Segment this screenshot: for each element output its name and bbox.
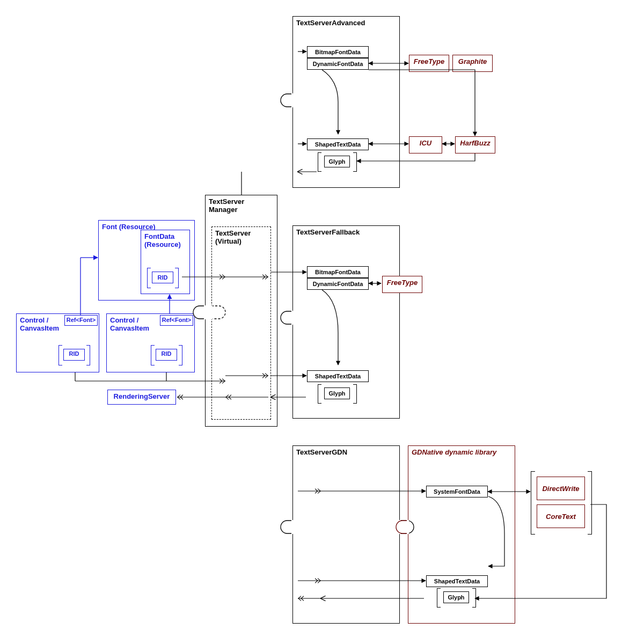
fb-dynamicfont: DynamicFontData <box>307 278 369 290</box>
bracket-icon <box>318 152 321 172</box>
fb-glyph: Glyph <box>324 387 350 399</box>
lib-freetype-fb: FreeType <box>382 276 422 293</box>
bracket-icon <box>86 345 90 365</box>
textserver-gdn: TextServerGDN <box>292 445 400 624</box>
lib-icu: ICU <box>409 136 442 153</box>
textserver-virtual-label: TextServer (Virtual) <box>215 229 258 245</box>
bracket-icon <box>318 384 321 404</box>
bracket-icon <box>151 345 155 365</box>
bracket-icon <box>437 588 441 608</box>
adv-dynamicfont: DynamicFontData <box>307 58 369 70</box>
lib-freetype-adv: FreeType <box>409 55 449 72</box>
ref-font-1: Ref<Font> <box>64 315 98 326</box>
rid-1: RID <box>63 349 85 361</box>
control-canvas-label: Control / CanvasItem <box>110 316 153 332</box>
adv-shapedtext: ShapedTextData <box>307 138 369 150</box>
bracket-icon <box>147 268 151 288</box>
lib-harfbuzz: HarfBuzz <box>455 136 495 153</box>
fb-bitmapfont: BitmapFontData <box>307 266 369 278</box>
bracket-icon <box>531 471 535 535</box>
textserver-virtual: TextServer (Virtual) <box>211 226 271 420</box>
lib-graphite: Graphite <box>452 55 493 72</box>
bracket-icon <box>175 268 179 288</box>
rendering-server: RenderingServer <box>107 390 176 405</box>
gdn-shapedtext: ShapedTextData <box>426 575 488 587</box>
bracket-icon <box>353 152 357 172</box>
textserver-manager-label: TextServer Manager <box>209 197 252 214</box>
textserver-advanced-label: TextServerAdvanced <box>296 19 365 27</box>
bracket-icon <box>472 588 476 608</box>
rid-2: RID <box>156 349 177 361</box>
fontdata-rid: RID <box>152 272 173 283</box>
adv-bitmapfont: BitmapFontData <box>307 46 369 58</box>
ref-font-2: Ref<Font> <box>160 315 193 326</box>
adv-glyph: Glyph <box>324 156 350 167</box>
textserver-gdn-label: TextServerGDN <box>296 448 347 456</box>
textserver-fallback-label: TextServerFallback <box>296 228 360 236</box>
fontdata-resource-label: FontData (Resource) <box>144 232 181 248</box>
gdn-systemfont: SystemFontData <box>426 486 488 497</box>
bracket-icon <box>353 384 357 404</box>
bracket-icon <box>588 471 592 535</box>
bracket-icon <box>179 345 182 365</box>
lib-directwrite: DirectWrite <box>537 477 585 500</box>
gdn-glyph: Glyph <box>443 591 469 603</box>
bracket-icon <box>58 345 62 365</box>
control-canvas-label: Control / CanvasItem <box>20 316 63 332</box>
lib-coretext: CoreText <box>537 504 585 528</box>
gdnative-library-label: GDNative dynamic library <box>412 448 496 456</box>
fb-shapedtext: ShapedTextData <box>307 370 369 382</box>
